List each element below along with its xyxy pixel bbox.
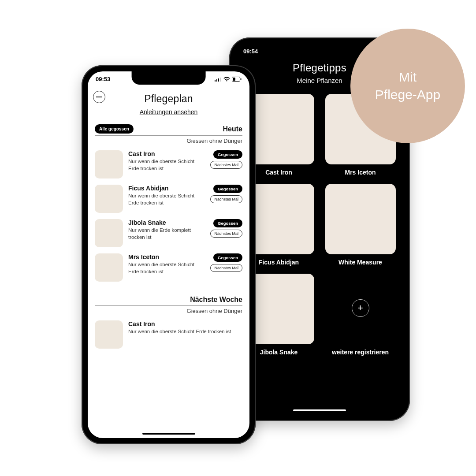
plant-name: Cast Iron [128,320,242,327]
plant-label: Ficus Abidjan [259,259,299,266]
watered-button[interactable]: Gegossen [213,253,242,262]
svg-rect-10 [220,78,221,82]
schedule-row: Cast Iron Nur wenn die oberste Schicht E… [95,150,242,178]
skip-button[interactable]: Nächstes Mal [210,195,242,203]
add-plant-thumb: + [325,274,396,344]
status-icons [215,77,242,82]
plant-label: White Measure [338,259,382,266]
plant-thumb[interactable] [95,253,123,282]
schedule-row: Jibola Snake Nur wenn die Erde komplett … [95,219,242,247]
watered-button[interactable]: Gegossen [213,185,242,193]
skip-button[interactable]: Nächstes Mal [210,161,242,169]
add-plant-tile[interactable]: + weitere registrieren [324,274,397,356]
instructions-link[interactable]: Anleitungen ansehen [95,108,242,115]
phone-schedule: 09:53 Pflegeplan Anleitungen ansehen All… [82,65,256,444]
svg-rect-7 [215,80,216,82]
menu-button[interactable] [93,91,105,103]
badge-line1: Mit [399,70,416,84]
section-next-head: Nächste Woche [95,296,242,304]
clock: 09:53 [96,76,110,82]
plant-name: Ficus Abidjan [128,185,205,192]
page-title: Pflegeplan [95,93,242,105]
plant-thumb[interactable] [95,185,123,213]
schedule-row: Mrs Iceton Nur wenn die oberste Schicht … [95,253,242,282]
schedule-row: Ficus Abidjan Nur wenn die oberste Schic… [95,185,242,213]
home-indicator[interactable] [293,409,346,411]
divider [95,305,242,306]
clock: 09:54 [243,48,258,55]
signal-icon [215,77,222,82]
plant-name: Mrs Iceton [128,253,205,260]
section-title: Heute [223,125,242,133]
notch [281,44,358,57]
plant-label: Jibola Snake [260,349,298,356]
plant-desc: Nur wenn die oberste Schicht Erde trocke… [128,193,205,206]
plant-thumb[interactable] [95,219,123,247]
plant-grid: Cast Iron Mrs Iceton Ficus Abidjan White… [242,94,397,356]
notch [131,71,206,85]
plant-thumb[interactable] [95,150,123,178]
section-subtitle: Giessen ohne Dünger [95,138,242,144]
section-today-head: Alle gegossen Heute [95,124,242,134]
add-plant-label: weitere registrieren [332,349,389,356]
battery-icon [232,77,242,82]
plant-desc: Nur wenn die Erde komplett trocken ist [128,227,205,241]
badge-line2: Pflege-App [375,87,440,102]
plant-label: Cast Iron [265,169,292,176]
plant-name: Cast Iron [128,150,205,157]
skip-button[interactable]: Nächstes Mal [210,264,242,272]
watered-button[interactable]: Gegossen [213,219,242,227]
watered-all-chip[interactable]: Alle gegossen [95,124,134,134]
divider [95,135,242,136]
plant-label: Mrs Iceton [345,169,376,176]
plant-desc: Nur wenn die oberste Schicht Erde trocke… [128,158,205,172]
svg-rect-12 [233,78,235,81]
svg-rect-13 [241,78,242,80]
section-title: Nächste Woche [190,296,242,304]
skip-button[interactable]: Nächstes Mal [210,230,242,238]
svg-rect-9 [218,78,219,82]
plant-name: Jibola Snake [128,219,205,226]
plant-thumb [325,184,396,254]
schedule-row: Cast Iron Nur wenn die oberste Schicht E… [95,320,242,349]
home-indicator[interactable] [142,433,195,435]
plant-thumb[interactable] [95,320,123,349]
plant-desc: Nur wenn die oberste Schicht Erde trocke… [128,261,205,275]
promo-badge: Mit Pflege-App [350,29,465,143]
svg-rect-8 [216,79,217,82]
wifi-icon [223,77,230,82]
section-subtitle: Giessen ohne Dünger [95,308,242,314]
plant-tile[interactable]: White Measure [324,184,397,266]
plus-icon: + [352,299,369,317]
watered-button[interactable]: Gegossen [213,150,242,159]
plant-desc: Nur wenn die oberste Schicht Erde trocke… [128,328,242,335]
